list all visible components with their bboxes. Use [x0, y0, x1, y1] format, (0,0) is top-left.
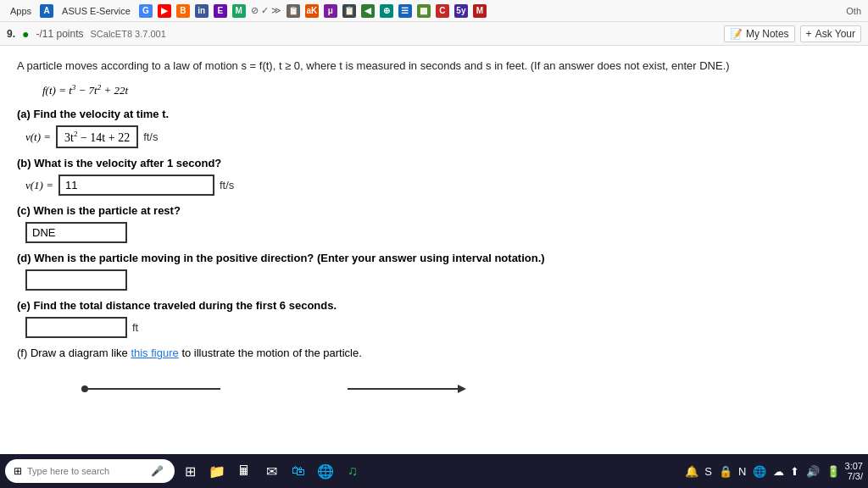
- part-e-unit: ft: [132, 321, 138, 334]
- asus-label[interactable]: ASUS E-Service: [58, 4, 134, 18]
- icon17: M: [473, 4, 487, 18]
- part-b-unit: ft/s: [220, 179, 234, 191]
- clock-time: 3:07: [845, 461, 863, 471]
- part-a-unit: ft/s: [143, 130, 158, 143]
- icon4: in: [195, 4, 209, 18]
- mic-icon: 🎤: [151, 465, 164, 477]
- part-e: (e) Find the total distance traveled dur…: [17, 299, 851, 338]
- asus-icon: A: [40, 4, 53, 18]
- calculator-button[interactable]: 🖩: [232, 459, 256, 483]
- part-c-label: (c) When is the particle at rest?: [17, 204, 851, 217]
- icon3: B: [176, 4, 190, 18]
- search-input[interactable]: [27, 466, 146, 476]
- ask-button[interactable]: + Ask Your: [800, 25, 861, 42]
- part-a-label: (a) Find the velocity at time t.: [17, 108, 851, 120]
- this-figure-link[interactable]: this figure: [131, 347, 178, 359]
- file-explorer-button[interactable]: 📁: [205, 459, 229, 483]
- part-a: (a) Find the velocity at time t. v(t) = …: [17, 108, 851, 149]
- part-f: (f) Draw a diagram like this figure to i…: [17, 347, 851, 393]
- mail-button[interactable]: ✉: [259, 459, 283, 483]
- icon5: E: [214, 4, 227, 18]
- my-notes-button[interactable]: 📝 My Notes: [724, 25, 795, 42]
- part-b: (b) What is the velocity after 1 second?…: [17, 157, 851, 196]
- taskbar-right: 🔔 S 🔒 N 🌐 ☁ ⬆ 🔊 🔋 3:07 7/3/: [685, 461, 863, 481]
- app-bar: Apps A ASUS E-Service G ▶ B in E M ⊘ ✓ ≫…: [0, 0, 868, 22]
- time-display: 3:07 7/3/: [845, 461, 863, 481]
- icon14: ▩: [417, 4, 431, 18]
- part-f-label: (f) Draw a diagram like this figure to i…: [17, 347, 851, 359]
- part-f-suffix: to illustrate the motion of the particle…: [181, 347, 361, 359]
- ask-icon: +: [806, 28, 812, 40]
- dot-start: [81, 385, 88, 392]
- part-d-input[interactable]: [25, 269, 127, 291]
- part-c-answer-row: [25, 222, 851, 243]
- icon16: 5y: [454, 4, 468, 18]
- part-c: (c) When is the particle at rest?: [17, 204, 851, 243]
- part-a-prefix: v(t) =: [25, 130, 51, 144]
- part-e-answer-row: ft: [25, 317, 851, 338]
- search-bar[interactable]: ⊞ 🎤: [5, 459, 175, 483]
- part-c-input[interactable]: [25, 222, 127, 243]
- content-area: A particle moves according to a law of m…: [0, 46, 868, 435]
- question-bar: 9. ● -/11 points SCalcET8 3.7.001 📝 My N…: [0, 22, 868, 46]
- apps-label[interactable]: Apps: [7, 4, 35, 18]
- points-display: -/11 points: [36, 28, 83, 40]
- part-d-label: (d) When is the particle moving in the p…: [17, 252, 851, 264]
- part-e-input[interactable]: [25, 317, 127, 338]
- notes-icon: 📝: [730, 28, 743, 40]
- part-b-answer-row: v(1) = ft/s: [25, 175, 851, 196]
- part-b-input[interactable]: [58, 175, 214, 196]
- part-a-input[interactable]: 3t2 − 14t + 22: [56, 125, 138, 149]
- function-display: f(t) = t3 − 7t2 + 22t: [42, 83, 851, 97]
- part-d: (d) When is the particle moving in the p…: [17, 252, 851, 291]
- part-b-prefix: v(1) =: [25, 179, 53, 192]
- part-e-label: (e) Find the total distance traveled dur…: [17, 299, 851, 312]
- spotify-button[interactable]: ♫: [341, 459, 364, 483]
- status-icon: ●: [22, 27, 29, 41]
- part-b-label: (b) What is the velocity after 1 second?: [17, 157, 851, 169]
- icon10: 📋: [342, 4, 356, 18]
- clock-date: 7/3/: [845, 471, 863, 481]
- part-f-prefix: (f) Draw a diagram like: [17, 347, 131, 359]
- arrow-right: [458, 385, 466, 393]
- taskbar: ⊞ 🎤 ⊞ 📁 🖩 ✉ 🛍 🌐 ♫ 🔔 S 🔒 N 🌐 ☁ ⬆ 🔊 🔋 3:07…: [0, 454, 868, 488]
- ask-label: Ask Your: [815, 28, 855, 40]
- youtube-icon: ▶: [158, 4, 171, 18]
- icon13: ☰: [398, 4, 412, 18]
- icon7: 📋: [287, 4, 300, 18]
- part-d-answer-row: [25, 269, 851, 291]
- google-icon: G: [139, 4, 153, 18]
- icon11: ◀: [361, 4, 375, 18]
- taskview-button[interactable]: ⊞: [178, 459, 202, 483]
- source-display: SCalcET8 3.7.001: [91, 29, 166, 39]
- question-number: 9.: [7, 28, 15, 40]
- chrome-button[interactable]: 🌐: [314, 459, 337, 483]
- icon12: ⊕: [380, 4, 393, 18]
- icon8: aK: [305, 4, 319, 18]
- number-line-diagram: [17, 368, 851, 393]
- store-button[interactable]: 🛍: [287, 459, 310, 483]
- notes-label: My Notes: [746, 28, 789, 40]
- system-icons: 🔔 S 🔒 N 🌐 ☁ ⬆ 🔊 🔋: [685, 465, 842, 478]
- other-label: Oth: [846, 6, 861, 16]
- icon15: C: [436, 4, 449, 18]
- problem-statement: A particle moves according to a law of m…: [17, 58, 851, 75]
- icon9: μ: [324, 4, 337, 18]
- icon6: M: [232, 4, 246, 18]
- part-a-answer-row: v(t) = 3t2 − 14t + 22 ft/s: [25, 125, 851, 149]
- windows-icon: ⊞: [14, 465, 22, 477]
- more-icons: ⊘ ✓ ≫: [251, 5, 281, 16]
